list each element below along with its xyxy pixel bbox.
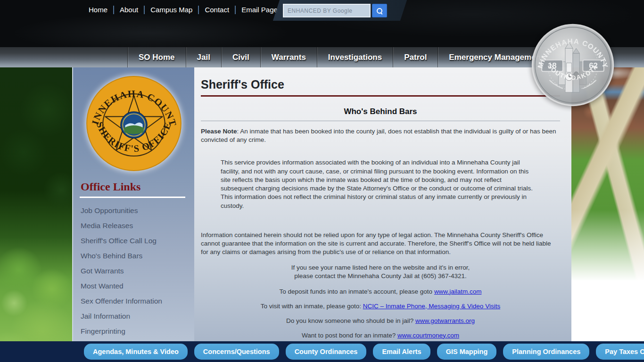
deposit-funds-line: To deposit funds into an inmate's accoun…	[201, 288, 560, 295]
section-title: Who's Behind Bars	[201, 107, 560, 116]
sidebar-item-media-releases[interactable]: Media Releases	[81, 218, 189, 233]
footer-button-gis-mapping[interactable]: GIS Mapping	[437, 344, 497, 360]
footer-button-email-alerts[interactable]: Email Alerts	[373, 344, 430, 360]
footer-button-planning-ordinances[interactable]: Planning Ordinances	[503, 344, 589, 360]
background-photo-trees	[0, 67, 73, 341]
sidebar-item-call-log[interactable]: Sheriff's Office Call Log	[81, 233, 189, 248]
search-bar	[283, 4, 387, 17]
please-note-paragraph: Please Note: An inmate that has been boo…	[201, 127, 560, 144]
utility-nav-home[interactable]: Home	[83, 5, 113, 15]
visit-inmate-line: To visit with an inmate, please goto: NC…	[201, 303, 560, 310]
main-content: Sheriff's Office Who's Behind Bars Pleas…	[194, 67, 571, 341]
error-note-line1: If you see your name listed here on the …	[201, 263, 560, 272]
visit-inmate-text: To visit with an inmate, please goto:	[261, 303, 363, 310]
nav-tab-so-home[interactable]: SO Home	[127, 47, 186, 67]
got-warrants-text: Do you know someone who should be in jai…	[286, 317, 415, 324]
nav-tab-jail[interactable]: Jail	[186, 47, 221, 67]
jailatm-link[interactable]: www.jailatm.com	[434, 288, 482, 295]
service-description-paragraph: This service provides information associ…	[221, 158, 533, 210]
got-warrants-line: Do you know someone who should be in jai…	[201, 317, 560, 324]
please-note-label: Please Note	[201, 128, 237, 135]
nav-tab-patrol[interactable]: Patrol	[393, 47, 438, 67]
footer-quicklinks-bar: Agendas, Minutes & Video Concerns/Questi…	[0, 341, 644, 362]
nav-tab-warrants[interactable]: Warrants	[260, 47, 317, 67]
footer-button-county-ordinances[interactable]: County Ordinances	[286, 344, 367, 360]
utility-nav: Home About Campus Map Contact Email Page	[83, 5, 283, 15]
county-seal: 18 62 MINNEHAHA COUNTY SOUTH DAKOTA	[531, 16, 615, 114]
page-title: Sheriff's Office	[201, 74, 560, 97]
sidebar-item-sex-offender-information[interactable]: Sex Offender Information	[81, 294, 189, 309]
search-button[interactable]	[372, 4, 387, 17]
post-bond-line: Want to post bond for an inmate? www.cou…	[201, 332, 560, 339]
utility-nav-about[interactable]: About	[114, 5, 144, 15]
sidebar-item-most-wanted[interactable]: Most Wanted	[81, 279, 189, 294]
page: Home About Campus Map Contact Email Page…	[0, 0, 644, 362]
please-note-text: : An inmate that has been booked into th…	[201, 128, 556, 143]
office-links-list: Job Opportunities Media Releases Sheriff…	[81, 203, 189, 362]
heading-underline	[80, 197, 185, 198]
gotwarrants-link[interactable]: www.gotwarrants.org	[415, 317, 475, 324]
disclaimer-paragraph: Information contained herein should not …	[201, 231, 560, 257]
error-note-line2: please contact the Minnehaha County Jail…	[201, 272, 560, 280]
utility-nav-campus-map[interactable]: Campus Map	[145, 5, 198, 15]
sheriffs-office-badge: MINNEHAHA COUNTY SHERIFF'S OFFICE	[85, 75, 182, 172]
footer-button-pay-taxes-online[interactable]: Pay Taxes Online	[596, 344, 644, 360]
office-links-heading: Office Links	[81, 181, 140, 193]
search-input[interactable]	[283, 4, 371, 17]
sidebar-item-job-opportunities[interactable]: Job Opportunities	[81, 203, 189, 218]
footer-button-concerns-questions[interactable]: Concerns/Questions	[194, 344, 279, 360]
sidebar: MINNEHAHA COUNTY SHERIFF'S OFFICE Office…	[72, 67, 194, 341]
sidebar-item-fingerprinting[interactable]: Fingerprinting	[81, 324, 189, 339]
sidebar-item-jail-information[interactable]: Jail Information	[81, 309, 189, 324]
sidebar-item-got-warrants[interactable]: Got Warrants	[81, 263, 189, 279]
nav-tab-civil[interactable]: Civil	[221, 47, 260, 67]
error-contact-note: If you see your name listed here on the …	[201, 263, 560, 280]
utility-nav-contact[interactable]: Contact	[199, 5, 235, 15]
sidebar-item-whos-behind-bars[interactable]: Who's Behind Bars	[81, 248, 189, 263]
divider	[201, 121, 560, 121]
search-icon	[377, 8, 382, 14]
ncic-visits-link[interactable]: NCIC – Inmate Phone, Messaging & Video V…	[363, 303, 500, 310]
courtmoney-link[interactable]: www.courtmoney.com	[397, 332, 459, 339]
footer-button-agendas-minutes-video[interactable]: Agendas, Minutes & Video	[84, 344, 188, 360]
post-bond-text: Want to post bond for an inmate?	[302, 332, 397, 339]
nav-tab-investigations[interactable]: Investigations	[317, 47, 393, 67]
deposit-funds-text: To deposit funds into an inmate's accoun…	[280, 288, 434, 295]
